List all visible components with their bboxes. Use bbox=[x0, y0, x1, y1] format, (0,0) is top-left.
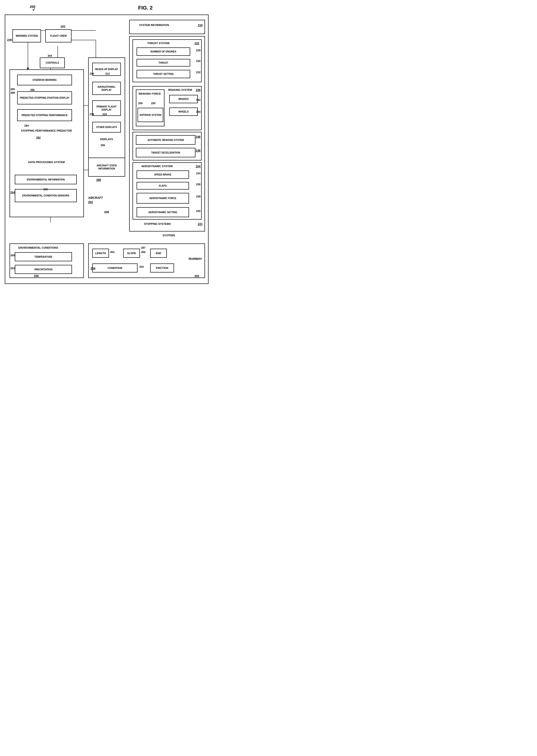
controls-box: CONTROLS bbox=[40, 58, 65, 68]
thrust-system-label: THRUST SYSTEM bbox=[147, 42, 170, 45]
ref-292: 292 bbox=[43, 188, 48, 191]
ref-248: 248 bbox=[196, 149, 200, 152]
ref-202: 202 bbox=[194, 274, 199, 278]
ref-285: 285 bbox=[11, 88, 15, 91]
thrust-box: THRUST bbox=[137, 59, 190, 66]
ref-208: 208 bbox=[104, 211, 109, 214]
ref-288: 288 bbox=[11, 91, 15, 94]
predicted-stopping-perf-box: PREDICTED STOPPING PERFORMANCE bbox=[17, 109, 72, 121]
ref-226: 226 bbox=[196, 88, 200, 92]
overrun-warning-box: OVERRUN WARNING bbox=[17, 75, 72, 85]
aircraft-state-info-box: AIRCRAFT STATE INFORMATION bbox=[88, 158, 125, 177]
ref-264: 264 bbox=[110, 251, 114, 253]
slope-box: SLOPE bbox=[123, 249, 140, 258]
ref-236: 236 bbox=[196, 183, 200, 186]
main-diagram: WARNING SYSTEM 220 FLIGHT CREW 203 CONTR… bbox=[5, 15, 209, 284]
length-box: LENGTH bbox=[92, 249, 109, 258]
ref-234: 234 bbox=[196, 172, 200, 175]
ref-203: 203 bbox=[61, 25, 65, 28]
condition-box: CONDITION bbox=[92, 264, 138, 273]
end-box: END bbox=[150, 249, 167, 258]
predicted-stopping-pos-box: PREDICTED STOPPING POSITION DISPLAY bbox=[17, 91, 72, 105]
system-info-label: SYSTEM INFORMATION bbox=[139, 23, 169, 26]
auto-braking-outer: AUTOMATIC BRAKING SYSTEM 246 TARGET DECE… bbox=[133, 132, 202, 160]
flight-crew-box: FLIGHT CREW bbox=[45, 29, 71, 42]
friction-box: FRICTION bbox=[150, 264, 174, 273]
ref-287: 287 bbox=[141, 246, 145, 249]
displays-outer-box: HEADS-UP DISPLAY 214 212 NAVIGATIONAL DI… bbox=[88, 58, 125, 172]
brakes-box: BRAKES bbox=[169, 95, 198, 103]
antiskid-box: ANTISKID SYSTEM bbox=[138, 108, 163, 122]
ref-262: 262 bbox=[11, 267, 15, 270]
ref-258: 258 bbox=[34, 274, 39, 278]
data-processing-system-label: DATA PROCESSING SYSTEM bbox=[14, 160, 79, 164]
ref-216: 216 bbox=[103, 113, 107, 116]
diagram-ref-arrow: ↙ bbox=[32, 7, 36, 12]
environmental-info-box: ENVIRONMENTAL INFORMATION bbox=[15, 175, 77, 184]
flaps-box: FLAPS bbox=[137, 182, 189, 189]
ref-214: 214 bbox=[90, 72, 94, 75]
ref-220: 220 bbox=[7, 38, 12, 42]
env-condition-sensors-box: ENVIRONMENTAL CONDITION SENSORS bbox=[15, 189, 77, 202]
aerodynamic-setting-box: AERODYNAMIC SETTING bbox=[137, 207, 189, 217]
target-decel-box: TARGET DECELERATION bbox=[136, 148, 195, 157]
ref-242: 242 bbox=[196, 99, 200, 101]
displays-label: DISPLAYS bbox=[92, 138, 121, 141]
speed-brake-box: SPEED BRAKE bbox=[137, 170, 189, 179]
ref-246: 246 bbox=[196, 135, 200, 139]
ref-222: 222 bbox=[194, 42, 199, 45]
env-conditions-outer: ENVIRONMENTAL CONDITIONS TEMPERATURE 260… bbox=[10, 243, 84, 278]
runway-label: RUNWAY bbox=[188, 257, 202, 261]
stopping-performance-predictor-label: STOPPING PERFORMANCE PREDICTOR bbox=[14, 129, 79, 133]
ref-228: 228 bbox=[196, 49, 200, 52]
ref-254: 254 bbox=[91, 267, 95, 270]
ref-201: 201 bbox=[88, 200, 93, 204]
ref-256: 256 bbox=[138, 102, 143, 105]
wheels-box: WHEELS bbox=[169, 107, 198, 116]
braking-force-label: BRAKING FORCE bbox=[139, 92, 161, 95]
auto-braking-box: AUTOMATIC BRAKING SYSTEM bbox=[136, 135, 195, 145]
env-conditions-label: ENVIRONMENTAL CONDITIONS bbox=[19, 246, 58, 249]
temperature-box: TEMPERATURE bbox=[15, 252, 72, 261]
fig-title: FIG. 2 bbox=[71, 5, 215, 11]
aerodynamic-force-box: AERODYNAMIC FORCE bbox=[137, 193, 189, 204]
ref-252: 252 bbox=[140, 265, 144, 268]
ref-232: 232 bbox=[196, 71, 200, 74]
aerodynamic-system-label: AERODYNAMIC SYSTEM bbox=[141, 165, 173, 168]
ref-266: 266 bbox=[141, 251, 145, 253]
braking-force-inner: BRAKING FORCE 256 250 ANTISKID SYSTEM bbox=[136, 89, 164, 126]
ref-206: 206 bbox=[101, 144, 105, 147]
ref-204: 204 bbox=[48, 54, 52, 57]
dps-outer-box: OVERRUN WARNING 285 PREDICTED STOPPING P… bbox=[10, 69, 84, 217]
systems-label: SYSTEMS bbox=[163, 234, 175, 237]
warning-system-box: WARNING SYSTEM bbox=[12, 29, 41, 42]
ref-282: 282 bbox=[36, 136, 41, 139]
system-info-outer: SYSTEM INFORMATION 210 bbox=[129, 20, 205, 34]
ref-224: 224 bbox=[196, 165, 200, 168]
ref-250: 250 bbox=[151, 102, 155, 105]
stopping-systems-label: STOPPING SYSTEMS bbox=[144, 223, 171, 225]
num-engines-box: NUMBER OF ENGINES bbox=[137, 47, 190, 56]
ref-260: 260 bbox=[11, 254, 15, 257]
ref-212: 212 bbox=[105, 72, 110, 75]
thrust-system-box: THRUST SYSTEM 222 NUMBER OF ENGINES 228 … bbox=[133, 39, 202, 82]
braking-system-box: BRAKING FORCE 256 250 ANTISKID SYSTEM BR… bbox=[133, 86, 202, 130]
ref-244: 244 bbox=[196, 110, 200, 113]
aircraft-label: AIRCRAFT bbox=[88, 196, 103, 199]
ref-294: 294 bbox=[11, 191, 15, 194]
navigational-display-box: NAVIGATIONAL DISPLAY bbox=[92, 82, 121, 95]
ref-290: 290 bbox=[96, 178, 101, 182]
thrust-setting-box: THRUST SETTING bbox=[137, 70, 190, 78]
ref-230: 230 bbox=[196, 60, 200, 63]
aerodynamic-system-outer: AERODYNAMIC SYSTEM 224 SPEED BRAKE 234 F… bbox=[133, 162, 202, 220]
runway-outer: RUNWAY 202 LENGTH 264 SLOPE 287 266 END … bbox=[88, 243, 205, 278]
braking-system-label: BRAKING SYSTEM bbox=[168, 88, 192, 91]
ref-210: 210 bbox=[198, 23, 203, 27]
ref-221: 221 bbox=[198, 223, 203, 226]
ref-240: 240 bbox=[196, 210, 200, 212]
ref-284: 284 bbox=[24, 124, 28, 127]
stopping-systems-outer: THRUST SYSTEM 222 NUMBER OF ENGINES 228 … bbox=[129, 36, 205, 231]
ref-218: 218 bbox=[90, 113, 94, 116]
precipitation-box: PRECIPITATION bbox=[15, 265, 72, 274]
ref-286: 286 bbox=[30, 88, 35, 91]
